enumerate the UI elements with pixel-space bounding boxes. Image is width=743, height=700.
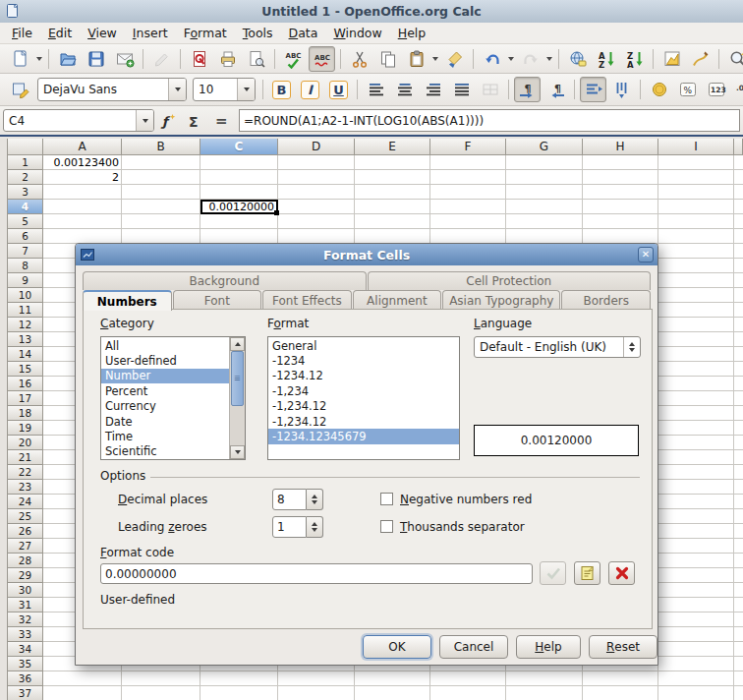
paste-dropdown-arrow[interactable] [432, 57, 438, 61]
row-header-13[interactable]: 13 [8, 332, 43, 347]
format-item[interactable]: -1,234.12 [268, 399, 459, 414]
sort-descending-button[interactable]: ZA [621, 46, 648, 72]
tab-font[interactable]: Font [173, 290, 262, 311]
menu-view[interactable]: View [80, 24, 125, 42]
function-wizard-button[interactable]: ƒ [155, 110, 180, 132]
row-header-15[interactable]: 15 [8, 362, 43, 377]
styles-and-formatting-button[interactable] [7, 77, 33, 102]
column-header-stub[interactable] [734, 139, 743, 155]
cell-a2[interactable]: 2 [43, 170, 122, 185]
menu-format[interactable]: Format [176, 24, 235, 42]
row-header-31[interactable]: 31 [8, 598, 43, 612]
row-header-5[interactable]: 5 [8, 214, 43, 229]
row-header-33[interactable]: 33 [8, 627, 43, 642]
paste-button[interactable] [403, 46, 429, 72]
row-header-6[interactable]: 6 [8, 229, 43, 244]
row-header-25[interactable]: 25 [8, 509, 43, 524]
formula-button[interactable]: = [208, 110, 233, 132]
row-header-24[interactable]: 24 [8, 495, 43, 509]
column-header-i[interactable]: I [658, 139, 734, 155]
bold-button[interactable]: B [268, 77, 295, 102]
thousands-separator-checkbox[interactable] [380, 520, 393, 533]
auto-spellcheck-button[interactable]: ABC [309, 46, 335, 72]
format-item[interactable]: -1,234.12 [268, 414, 459, 429]
font-name-dropdown-button[interactable] [168, 79, 186, 100]
menu-file[interactable]: File [4, 24, 40, 42]
row-header-23[interactable]: 23 [8, 480, 43, 495]
row-header-34[interactable]: 34 [8, 642, 43, 657]
delete-format-button[interactable] [608, 561, 635, 585]
export-pdf-button[interactable] [186, 46, 212, 72]
category-item[interactable]: Currency [101, 399, 229, 414]
scroll-up-button[interactable] [230, 337, 245, 351]
category-list[interactable]: AllUser-definedNumberPercentCurrencyDate… [100, 336, 246, 460]
name-box[interactable]: C4 [3, 109, 154, 132]
tab-background[interactable]: Background [83, 271, 367, 290]
format-paintbrush-button[interactable] [441, 46, 468, 72]
negative-numbers-red-checkbox[interactable] [380, 493, 393, 505]
row-header-9[interactable]: 9 [8, 273, 43, 288]
dialog-close-button[interactable]: ✕ [638, 247, 654, 262]
format-item[interactable]: General [268, 338, 459, 353]
row-header-19[interactable]: 19 [8, 421, 43, 436]
row-header-26[interactable]: 26 [8, 524, 43, 539]
row-header-3[interactable]: 3 [8, 185, 43, 200]
reset-button[interactable]: Reset [589, 635, 657, 659]
row-header-37[interactable]: 37 [8, 686, 43, 700]
menu-data[interactable]: Data [281, 24, 326, 42]
row-header-29[interactable]: 29 [8, 568, 43, 583]
cut-button[interactable] [346, 46, 372, 72]
new-document-button[interactable] [7, 46, 33, 72]
menu-edit[interactable]: Edit [40, 24, 80, 42]
spellcheck-button[interactable]: ABC [280, 46, 307, 72]
row-header-17[interactable]: 17 [8, 391, 43, 406]
format-list[interactable]: General-1234-1234.12-1,234-1,234.12-1,23… [267, 336, 460, 460]
select-all-corner[interactable] [8, 139, 43, 155]
undo-dropdown-arrow[interactable] [508, 57, 514, 61]
row-header-22[interactable]: 22 [8, 465, 43, 480]
row-header-7[interactable]: 7 [8, 244, 43, 259]
category-item[interactable]: Time [101, 429, 229, 443]
text-direction-vertical-button[interactable] [608, 77, 635, 102]
category-item[interactable]: Number [101, 369, 229, 383]
cell-fill-handle[interactable] [274, 210, 279, 215]
row-header-4[interactable]: 4 [8, 200, 43, 214]
menu-tools[interactable]: Tools [235, 24, 281, 42]
save-button[interactable] [83, 46, 109, 72]
row-header-32[interactable]: 32 [8, 612, 43, 627]
scrollbar-track[interactable] [230, 406, 245, 445]
row-header-11[interactable]: 11 [8, 303, 43, 318]
format-item[interactable]: -1234.12 [268, 369, 459, 383]
drawing-functions-button[interactable] [687, 46, 714, 72]
row-header-20[interactable]: 20 [8, 436, 43, 450]
undo-button[interactable] [479, 46, 505, 72]
print-button[interactable] [214, 46, 241, 72]
open-button[interactable] [54, 46, 81, 72]
row-header-18[interactable]: 18 [8, 406, 43, 421]
align-right-button[interactable] [420, 77, 446, 102]
row-header-14[interactable]: 14 [8, 347, 43, 362]
font-size-dropdown-button[interactable] [237, 79, 255, 100]
right-to-left-button[interactable]: ¶ [543, 77, 569, 102]
row-header-35[interactable]: 35 [8, 657, 43, 671]
column-header-e[interactable]: E [355, 139, 430, 155]
row-header-10[interactable]: 10 [8, 288, 43, 303]
ok-button[interactable]: OK [363, 635, 431, 659]
page-preview-button[interactable] [243, 46, 269, 72]
column-header-b[interactable]: B [122, 139, 200, 155]
text-direction-horizontal-button[interactable] [580, 77, 606, 102]
formula-input-line[interactable]: =ROUND(A1;A2-1-INT(LOG10(ABS(A1)))) [239, 109, 740, 132]
column-header-c[interactable]: C [200, 139, 278, 155]
left-to-right-button[interactable]: ¶ [514, 77, 541, 102]
row-header-1[interactable]: 1 [8, 155, 43, 170]
leading-zeroes-stepper[interactable]: 1 [272, 516, 323, 538]
row-header-16[interactable]: 16 [8, 377, 43, 391]
currency-format-button[interactable] [646, 77, 672, 102]
tab-borders[interactable]: Borders [561, 290, 651, 311]
row-header-28[interactable]: 28 [8, 554, 43, 568]
email-document-button[interactable] [111, 46, 138, 72]
column-header-a[interactable]: A [43, 139, 122, 155]
percent-format-button[interactable]: % [674, 77, 701, 102]
decimal-places-spin-buttons[interactable] [307, 489, 323, 510]
row-header-2[interactable]: 2 [8, 170, 43, 185]
